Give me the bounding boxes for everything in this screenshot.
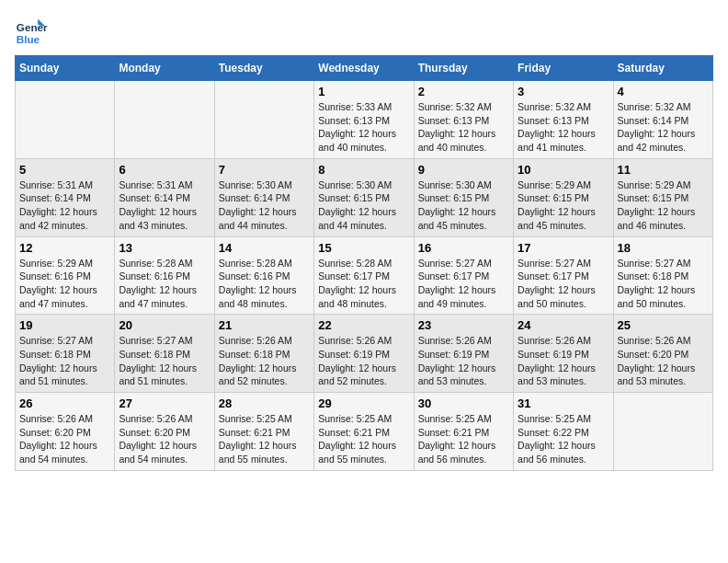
day-number: 5 — [19, 163, 110, 177]
day-number: 20 — [119, 318, 210, 332]
day-number: 26 — [19, 396, 110, 410]
week-row-1: 1Sunrise: 5:33 AM Sunset: 6:13 PM Daylig… — [16, 81, 713, 159]
week-row-4: 19Sunrise: 5:27 AM Sunset: 6:18 PM Dayli… — [16, 315, 713, 393]
calendar-table: SundayMondayTuesdayWednesdayThursdayFrid… — [15, 55, 713, 471]
day-info: Sunrise: 5:28 AM Sunset: 6:16 PM Dayligh… — [219, 257, 310, 311]
day-cell: 16Sunrise: 5:27 AM Sunset: 6:17 PM Dayli… — [414, 236, 513, 315]
day-number: 31 — [518, 396, 609, 410]
day-info: Sunrise: 5:29 AM Sunset: 6:15 PM Dayligh… — [518, 178, 609, 233]
day-info: Sunrise: 5:26 AM Sunset: 6:19 PM Dayligh… — [518, 334, 609, 388]
day-cell: 13Sunrise: 5:28 AM Sunset: 6:16 PM Dayli… — [115, 236, 214, 315]
day-cell: 20Sunrise: 5:27 AM Sunset: 6:18 PM Dayli… — [115, 315, 214, 393]
day-number: 1 — [318, 85, 409, 98]
day-cell: 15Sunrise: 5:28 AM Sunset: 6:17 PM Dayli… — [314, 236, 414, 315]
day-number: 25 — [618, 318, 709, 332]
day-cell: 17Sunrise: 5:27 AM Sunset: 6:17 PM Dayli… — [514, 236, 613, 315]
day-cell: 22Sunrise: 5:26 AM Sunset: 6:19 PM Dayli… — [314, 315, 414, 393]
day-cell: 11Sunrise: 5:29 AM Sunset: 6:15 PM Dayli… — [613, 158, 712, 236]
column-header-friday: Friday — [514, 56, 613, 81]
svg-text:Blue: Blue — [17, 33, 40, 45]
day-info: Sunrise: 5:25 AM Sunset: 6:21 PM Dayligh… — [318, 412, 409, 466]
day-cell: 12Sunrise: 5:29 AM Sunset: 6:16 PM Dayli… — [16, 236, 115, 315]
day-cell: 10Sunrise: 5:29 AM Sunset: 6:15 PM Dayli… — [514, 158, 613, 236]
day-info: Sunrise: 5:30 AM Sunset: 6:15 PM Dayligh… — [318, 178, 409, 233]
column-header-saturday: Saturday — [613, 56, 712, 81]
column-header-tuesday: Tuesday — [214, 56, 313, 81]
day-info: Sunrise: 5:27 AM Sunset: 6:17 PM Dayligh… — [518, 257, 609, 311]
day-info: Sunrise: 5:29 AM Sunset: 6:16 PM Dayligh… — [19, 257, 110, 311]
day-number: 16 — [418, 241, 509, 255]
column-header-thursday: Thursday — [414, 56, 513, 81]
calendar-header-row: SundayMondayTuesdayWednesdayThursdayFrid… — [16, 56, 713, 81]
day-number: 17 — [518, 241, 609, 255]
day-number: 13 — [119, 241, 210, 255]
day-info: Sunrise: 5:27 AM Sunset: 6:17 PM Dayligh… — [418, 257, 509, 311]
day-number: 8 — [318, 163, 409, 177]
day-cell — [214, 81, 313, 159]
day-cell: 27Sunrise: 5:26 AM Sunset: 6:20 PM Dayli… — [115, 393, 214, 471]
day-cell: 1Sunrise: 5:33 AM Sunset: 6:13 PM Daylig… — [314, 81, 414, 159]
day-cell: 25Sunrise: 5:26 AM Sunset: 6:20 PM Dayli… — [613, 315, 712, 393]
day-info: Sunrise: 5:28 AM Sunset: 6:16 PM Dayligh… — [119, 257, 210, 311]
day-number: 22 — [318, 318, 409, 332]
day-cell: 2Sunrise: 5:32 AM Sunset: 6:13 PM Daylig… — [414, 81, 513, 159]
day-info: Sunrise: 5:26 AM Sunset: 6:18 PM Dayligh… — [219, 334, 310, 388]
day-cell: 26Sunrise: 5:26 AM Sunset: 6:20 PM Dayli… — [16, 393, 115, 471]
day-cell: 9Sunrise: 5:30 AM Sunset: 6:15 PM Daylig… — [414, 158, 513, 236]
day-info: Sunrise: 5:27 AM Sunset: 6:18 PM Dayligh… — [19, 334, 110, 388]
day-info: Sunrise: 5:30 AM Sunset: 6:15 PM Dayligh… — [418, 178, 509, 233]
day-cell: 30Sunrise: 5:25 AM Sunset: 6:21 PM Dayli… — [414, 393, 513, 471]
day-number: 29 — [318, 396, 409, 410]
day-cell: 6Sunrise: 5:31 AM Sunset: 6:14 PM Daylig… — [115, 158, 214, 236]
day-cell: 29Sunrise: 5:25 AM Sunset: 6:21 PM Dayli… — [314, 393, 414, 471]
logo-icon: General Blue — [15, 15, 48, 48]
day-number: 11 — [618, 163, 709, 177]
day-cell: 5Sunrise: 5:31 AM Sunset: 6:14 PM Daylig… — [16, 158, 115, 236]
week-row-2: 5Sunrise: 5:31 AM Sunset: 6:14 PM Daylig… — [16, 158, 713, 236]
day-number: 27 — [119, 396, 210, 410]
day-info: Sunrise: 5:33 AM Sunset: 6:13 PM Dayligh… — [318, 100, 409, 155]
day-info: Sunrise: 5:31 AM Sunset: 6:14 PM Dayligh… — [119, 178, 210, 233]
column-header-monday: Monday — [115, 56, 214, 81]
day-info: Sunrise: 5:26 AM Sunset: 6:20 PM Dayligh… — [618, 334, 709, 388]
day-cell — [613, 393, 712, 471]
day-number: 24 — [518, 318, 609, 332]
day-cell: 21Sunrise: 5:26 AM Sunset: 6:18 PM Dayli… — [214, 315, 313, 393]
column-header-sunday: Sunday — [16, 56, 115, 81]
column-header-wednesday: Wednesday — [314, 56, 414, 81]
day-cell: 14Sunrise: 5:28 AM Sunset: 6:16 PM Dayli… — [214, 236, 313, 315]
day-info: Sunrise: 5:29 AM Sunset: 6:15 PM Dayligh… — [618, 178, 709, 233]
day-cell: 28Sunrise: 5:25 AM Sunset: 6:21 PM Dayli… — [214, 393, 313, 471]
day-number: 10 — [518, 163, 609, 177]
day-number: 30 — [418, 396, 509, 410]
day-cell: 18Sunrise: 5:27 AM Sunset: 6:18 PM Dayli… — [613, 236, 712, 315]
day-number: 15 — [318, 241, 409, 255]
day-info: Sunrise: 5:27 AM Sunset: 6:18 PM Dayligh… — [618, 257, 709, 311]
day-info: Sunrise: 5:32 AM Sunset: 6:13 PM Dayligh… — [518, 100, 609, 155]
day-info: Sunrise: 5:27 AM Sunset: 6:18 PM Dayligh… — [119, 334, 210, 388]
page-header: General Blue — [15, 15, 713, 48]
day-cell: 31Sunrise: 5:25 AM Sunset: 6:22 PM Dayli… — [514, 393, 613, 471]
day-info: Sunrise: 5:26 AM Sunset: 6:19 PM Dayligh… — [318, 334, 409, 388]
day-cell: 23Sunrise: 5:26 AM Sunset: 6:19 PM Dayli… — [414, 315, 513, 393]
day-info: Sunrise: 5:31 AM Sunset: 6:14 PM Dayligh… — [19, 178, 110, 233]
logo: General Blue — [15, 15, 48, 48]
day-number: 21 — [219, 318, 310, 332]
week-row-3: 12Sunrise: 5:29 AM Sunset: 6:16 PM Dayli… — [16, 236, 713, 315]
day-number: 28 — [219, 396, 310, 410]
day-number: 18 — [618, 241, 709, 255]
day-cell: 7Sunrise: 5:30 AM Sunset: 6:14 PM Daylig… — [214, 158, 313, 236]
day-info: Sunrise: 5:28 AM Sunset: 6:17 PM Dayligh… — [318, 257, 409, 311]
week-row-5: 26Sunrise: 5:26 AM Sunset: 6:20 PM Dayli… — [16, 393, 713, 471]
day-cell: 8Sunrise: 5:30 AM Sunset: 6:15 PM Daylig… — [314, 158, 414, 236]
day-number: 12 — [19, 241, 110, 255]
day-info: Sunrise: 5:30 AM Sunset: 6:14 PM Dayligh… — [219, 178, 310, 233]
day-cell — [115, 81, 214, 159]
day-number: 9 — [418, 163, 509, 177]
day-info: Sunrise: 5:25 AM Sunset: 6:21 PM Dayligh… — [418, 412, 509, 466]
svg-text:General: General — [17, 21, 48, 33]
day-info: Sunrise: 5:25 AM Sunset: 6:21 PM Dayligh… — [219, 412, 310, 466]
day-info: Sunrise: 5:26 AM Sunset: 6:20 PM Dayligh… — [19, 412, 110, 466]
day-cell — [16, 81, 115, 159]
day-number: 14 — [219, 241, 310, 255]
